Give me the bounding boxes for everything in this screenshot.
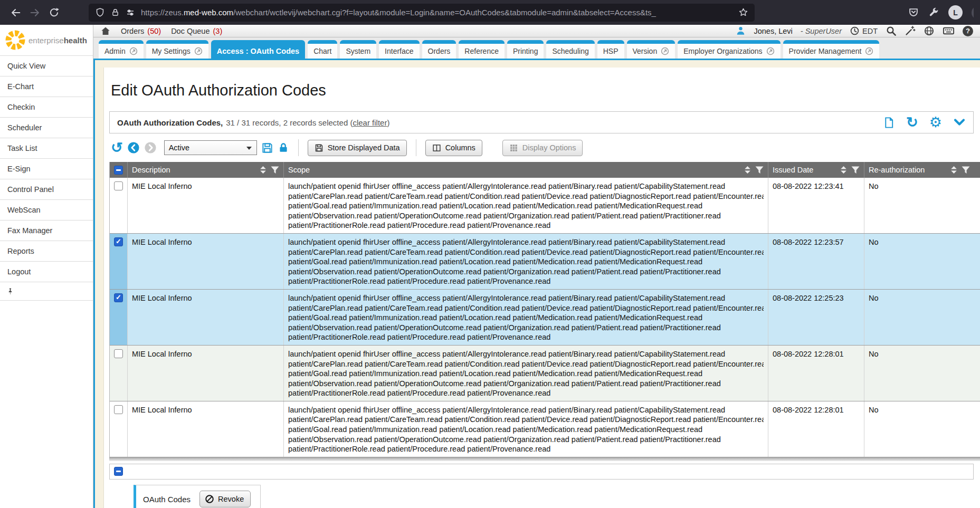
- tab-version[interactable]: Version: [627, 40, 675, 59]
- row-checkbox[interactable]: [114, 405, 123, 414]
- search-icon[interactable]: [886, 25, 897, 36]
- timezone[interactable]: EDT: [850, 26, 878, 36]
- wand-icon[interactable]: [905, 25, 916, 36]
- sort-icon[interactable]: [260, 166, 266, 174]
- lock-filter-icon[interactable]: [278, 142, 289, 154]
- cell-scope: launch/patient openid fhirUser offline_a…: [283, 234, 768, 289]
- column-header-description[interactable]: Description: [127, 162, 283, 178]
- sidebar-pin-row[interactable]: [0, 282, 93, 301]
- column-header-issued-date[interactable]: Issued Date: [768, 162, 864, 178]
- sidebar-item-webscan[interactable]: WebScan: [0, 199, 93, 220]
- cell-description: MIE Local Inferno: [127, 346, 283, 401]
- filter-icon[interactable]: [271, 166, 279, 174]
- external-link-icon: [129, 47, 138, 55]
- browser-back-button[interactable]: [6, 4, 25, 22]
- columns-button[interactable]: Columns: [425, 140, 482, 156]
- tab-printing[interactable]: Printing: [507, 40, 544, 59]
- logo-flower-icon: [5, 30, 26, 51]
- cell-scope: launch/patient openid fhirUser offline_a…: [283, 401, 768, 457]
- tab-admin[interactable]: Admin: [99, 40, 144, 59]
- help-icon[interactable]: [963, 26, 973, 36]
- clear-filter-link[interactable]: clear filter: [353, 118, 387, 127]
- filter-icon[interactable]: [755, 166, 764, 174]
- sort-icon[interactable]: [951, 166, 957, 174]
- row-checkbox[interactable]: [114, 237, 123, 246]
- toolbar: Active Store Displayed Data Columns Disp…: [111, 138, 980, 157]
- keyboard-icon[interactable]: [943, 25, 955, 37]
- globe-icon[interactable]: [924, 25, 935, 36]
- pocket-icon[interactable]: [908, 7, 919, 18]
- save-filter-icon[interactable]: [261, 142, 273, 154]
- tab-scheduling[interactable]: Scheduling: [546, 40, 594, 59]
- sidebar: enterprisehealth Quick View E-Chart Chec…: [0, 25, 93, 508]
- site-security-shield-icon[interactable]: [95, 7, 105, 17]
- wrench-icon[interactable]: [928, 7, 939, 18]
- external-link-icon: [865, 47, 873, 55]
- sidebar-item-reports[interactable]: Reports: [0, 241, 93, 261]
- gear-icon[interactable]: [929, 116, 942, 130]
- tab-orders[interactable]: Orders: [422, 40, 456, 59]
- sidebar-item-logout[interactable]: Logout: [0, 261, 93, 282]
- tab-chart[interactable]: Chart: [308, 40, 337, 59]
- page-back-icon[interactable]: [127, 141, 140, 154]
- records-bar: OAuth Authorization Codes, 31 / 31 recor…: [109, 111, 974, 133]
- display-options-button[interactable]: Display Options: [502, 140, 583, 156]
- cell-re-authorization: No: [864, 401, 980, 457]
- oauth-codes-tab[interactable]: OAuth Codes Revoke: [134, 485, 261, 508]
- collapse-chevron-icon[interactable]: [953, 116, 966, 129]
- browser-reload-button[interactable]: [44, 4, 63, 22]
- nav-doc-queue[interactable]: Doc Queue(3): [171, 27, 222, 35]
- row-checkbox[interactable]: [114, 349, 123, 358]
- filter-icon[interactable]: [851, 166, 860, 174]
- https-lock-icon[interactable]: [111, 8, 120, 17]
- browser-profile-avatar[interactable]: L: [948, 5, 963, 20]
- scope-line: patient/PractitionerRole.read patient/Pr…: [288, 332, 764, 342]
- main-panel: Edit OAuth Authorization Codes OAuth Aut…: [103, 68, 980, 508]
- scope-line: launch/patient openid fhirUser offline_a…: [288, 293, 764, 303]
- sidebar-item-quick-view[interactable]: Quick View: [0, 55, 93, 76]
- row-checkbox[interactable]: [114, 293, 123, 302]
- sidebar-item-e-sign[interactable]: E-Sign: [0, 158, 93, 179]
- filter-icon[interactable]: [962, 166, 970, 174]
- sidebar-item-checkin[interactable]: Checkin: [0, 97, 93, 117]
- bookmark-star-icon[interactable]: [738, 7, 748, 17]
- tab-hsp[interactable]: HSP: [597, 40, 624, 59]
- table-scrollbar[interactable]: [109, 457, 980, 461]
- tab-employer-organizations[interactable]: Employer Organizations: [678, 40, 780, 59]
- sidebar-item-control-panel[interactable]: Control Panel: [0, 179, 93, 199]
- address-bar[interactable]: https://zeus.med-web.com/webchart/wctlev…: [89, 4, 755, 22]
- pin-icon: [6, 287, 14, 295]
- browser-forward-button[interactable]: [25, 4, 44, 22]
- column-header-scope[interactable]: Scope: [283, 162, 768, 178]
- sort-icon[interactable]: [841, 166, 846, 174]
- column-header-re-authorization[interactable]: Re-authorization: [864, 162, 980, 178]
- permissions-icon[interactable]: [126, 8, 135, 17]
- tab-system[interactable]: System: [340, 40, 376, 59]
- sidebar-item-e-chart[interactable]: E-Chart: [0, 76, 93, 97]
- undo-icon[interactable]: [111, 141, 123, 155]
- new-document-icon[interactable]: [883, 117, 895, 129]
- refresh-icon[interactable]: [906, 116, 918, 130]
- tab-access-oauth-codes[interactable]: Access : OAuth Codes: [211, 40, 305, 59]
- sidebar-item-scheduler[interactable]: Scheduler: [0, 117, 93, 138]
- cell-re-authorization: No: [864, 178, 980, 233]
- home-icon[interactable]: [100, 26, 111, 36]
- sort-icon[interactable]: [745, 166, 750, 174]
- row-checkbox[interactable]: [114, 181, 123, 190]
- tab-provider-management[interactable]: Provider Management: [783, 40, 880, 59]
- select-all-checkbox[interactable]: [114, 166, 123, 175]
- page-forward-icon[interactable]: [144, 141, 157, 154]
- cell-description: MIE Local Inferno: [127, 178, 283, 233]
- store-displayed-data-button[interactable]: Store Displayed Data: [308, 140, 407, 156]
- nav-orders[interactable]: Orders(50): [121, 27, 161, 35]
- sidebar-item-fax-manager[interactable]: Fax Manager: [0, 220, 93, 241]
- tab-interface[interactable]: Interface: [379, 40, 419, 59]
- revoke-button[interactable]: Revoke: [199, 491, 251, 507]
- user-name[interactable]: Jones, Levi: [754, 27, 792, 35]
- cell-scope: launch/patient openid fhirUser offline_a…: [283, 346, 768, 401]
- tab-my-settings[interactable]: My Settings: [146, 40, 208, 59]
- status-filter-select[interactable]: Active: [164, 140, 257, 155]
- footer-select-all-checkbox[interactable]: [114, 467, 123, 476]
- tab-reference[interactable]: Reference: [459, 40, 505, 59]
- sidebar-item-task-list[interactable]: Task List: [0, 138, 93, 158]
